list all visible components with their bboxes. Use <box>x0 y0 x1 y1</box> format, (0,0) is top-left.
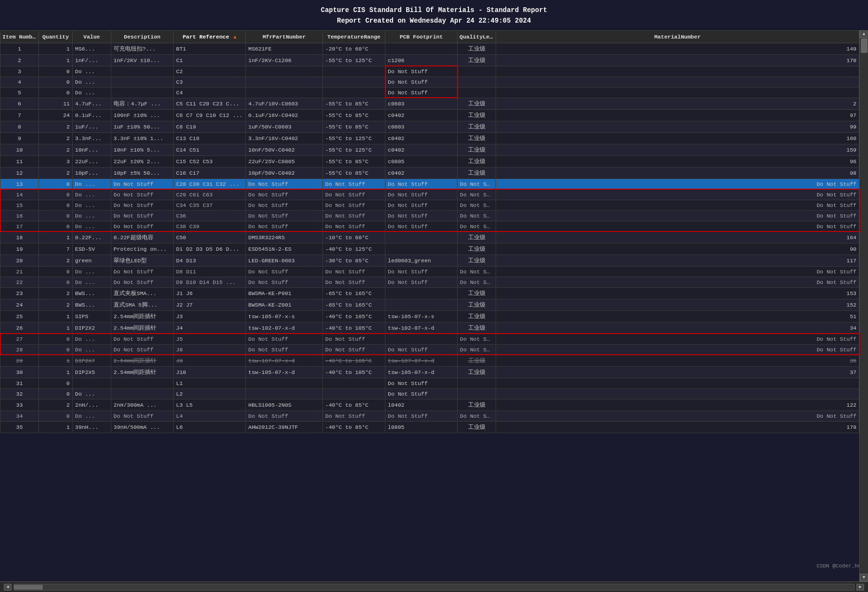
col-header-material[interactable]: MaterialNumber <box>496 30 859 43</box>
table-row[interactable]: 6114.7uF...电容：4.7μF ...C5 C11 C20 C23 C.… <box>0 98 868 109</box>
cell-item: 20 <box>0 255 39 266</box>
table-row[interactable]: 50Do ...C4Do Not Stuff <box>0 87 868 98</box>
cell-value: 22uF... <box>73 155 111 167</box>
table-row[interactable]: 291DIP2X72.54mm间距插针J9tsw-107-07-x-d-40°C… <box>0 355 868 366</box>
cell-quality: 工业级 <box>458 98 496 109</box>
cell-qty: 24 <box>39 109 73 121</box>
col-header-mfr[interactable]: MfrPartNumber <box>246 30 323 43</box>
table-row[interactable]: 11322uF...22uF ±20% 2...C15 C52 C5322uF/… <box>0 155 868 167</box>
cell-value: Do ... <box>73 334 111 344</box>
watermark: CSDN @Coder_hng <box>817 563 864 569</box>
cell-quality: Do Not Stuff <box>458 411 496 421</box>
cell-partref: J1 J6 <box>174 287 246 299</box>
cell-value: SIP5 <box>73 310 111 322</box>
table-row[interactable]: 3322nH/...2nH/300mA ...L3 L5HBLS1005-2N0… <box>0 399 868 411</box>
cell-mfr: Do Not Stuff <box>246 334 323 344</box>
cell-temp: -55°C to 85°C <box>323 109 385 121</box>
table-row[interactable]: 280Do ...Do Not StuffJ8Do Not StuffDo No… <box>0 344 868 355</box>
col-header-pcb[interactable]: PCB Footprint <box>385 30 458 43</box>
cell-mfr: ESD5451N-2-ES <box>246 243 323 255</box>
cell-mfr: 1uF/50V-C0603 <box>246 121 323 132</box>
cell-quality: 工业级 <box>458 121 496 132</box>
col-header-qty[interactable]: Quantity <box>39 30 73 43</box>
cell-quality: 工业级 <box>458 144 496 155</box>
cell-partref: J4 <box>174 322 246 334</box>
table-row[interactable]: 11MS6...可充电纽扣?...BT1MS621FE-20°C to 60°C… <box>0 43 868 54</box>
table-row[interactable]: 140Do ...Do Not StuffC29 C61 C63Do Not S… <box>0 189 868 200</box>
scroll-track[interactable] <box>860 38 868 574</box>
cell-qty: 1 <box>39 421 73 433</box>
cell-pcb: c0402 <box>385 109 458 121</box>
cell-quality: 工业级 <box>458 310 496 322</box>
table-row[interactable]: 301DIP2X52.54mm间距插针J10tsw-105-07-x-d-40°… <box>0 366 868 378</box>
cell-pcb: l0402 <box>385 399 458 411</box>
h-scroll-thumb[interactable] <box>14 585 43 590</box>
horizontal-scrollbar[interactable] <box>13 584 855 591</box>
col-header-temp[interactable]: TemperatureRange <box>323 30 385 43</box>
cell-item: 7 <box>0 109 39 121</box>
table-row[interactable]: 232BWS...直式夹板SMA...J1 J6BWSMA-KE-P001-65… <box>0 287 868 299</box>
table-row[interactable]: 270Do ...Do Not StuffJ5Do Not StuffDo No… <box>0 334 868 344</box>
cell-desc: Do Not Stuff <box>111 221 174 232</box>
scroll-left-arrow[interactable]: ◄ <box>4 584 12 591</box>
cell-mfr: tsw-105-07-x-d <box>246 366 323 378</box>
cell-quality: 工业级 <box>458 167 496 179</box>
cell-qty: 2 <box>39 167 73 179</box>
cell-quality: Do Not Stuff <box>458 334 496 344</box>
cell-material: 96 <box>496 155 859 167</box>
table-row[interactable]: 211nF/...1nF/2KV ±10...C11nF/2KV-C1206-5… <box>0 54 868 66</box>
table-row[interactable]: 261DIP2X22.54mm间距插针J4tsw-102-07-x-d-40°C… <box>0 322 868 334</box>
table-row[interactable]: 821uF/...1uF ±10% 50...C8 C191uF/50V-C06… <box>0 121 868 132</box>
cell-temp: -65°C to 165°C <box>323 287 385 299</box>
table-row[interactable]: 210Do ...Do Not StuffD8 D11Do Not StuffD… <box>0 266 868 277</box>
table-row[interactable]: 10210nF...10nF ±10% 5...C14 C5110nF/50V-… <box>0 144 868 155</box>
report-header: Capture CIS Standard Bill Of Materials -… <box>0 0 868 30</box>
cell-material: 97 <box>496 109 859 121</box>
table-row[interactable]: 40Do ...C3Do Not Stuff <box>0 77 868 87</box>
cell-partref: D9 D10 D14 D15 ... <box>174 277 246 287</box>
col-header-quality[interactable]: QualityLevel <box>458 30 496 43</box>
table-row[interactable]: 160Do ...Do Not StuffC36Do Not StuffDo N… <box>0 210 868 221</box>
scroll-up-arrow[interactable]: ▲ <box>860 30 868 38</box>
col-header-item[interactable]: Item Number <box>0 30 39 43</box>
scroll-down-arrow[interactable]: ▼ <box>860 574 868 581</box>
cell-desc: 翠绿色LED型 <box>111 255 174 266</box>
scroll-thumb[interactable] <box>861 39 868 53</box>
vertical-scrollbar[interactable]: ▲ ▼ <box>859 30 868 581</box>
table-row[interactable]: 220Do ...Do Not StuffD9 D10 D14 D15 ...D… <box>0 277 868 287</box>
table-row[interactable]: 170Do ...Do Not StuffC38 C39Do Not Stuff… <box>0 221 868 232</box>
cell-temp: -55°C to 125°C <box>323 132 385 144</box>
cell-quality: 工业级 <box>458 287 496 299</box>
table-row[interactable]: 150Do ...Do Not StuffC34 C35 C37Do Not S… <box>0 200 868 210</box>
table-row[interactable]: 197ESD-5VProtecting on...D1 D2 D3 D5 D6 … <box>0 243 868 255</box>
cell-value: Do ... <box>73 189 111 200</box>
table-row[interactable]: 12210pF...10pF ±5% 50...C16 C1710pF/50V-… <box>0 167 868 179</box>
table-row[interactable]: 310L1Do Not Stuff <box>0 378 868 388</box>
cell-desc: Do Not Stuff <box>111 344 174 355</box>
table-row[interactable]: 242BWS...直式SMA 5脚...J2 J7BWSMA-KE-Z001-6… <box>0 299 868 310</box>
cell-partref: L3 L5 <box>174 399 246 411</box>
cell-temp: -40°C to 125°C <box>323 243 385 255</box>
table-row[interactable]: 202green翠绿色LED型D4 D13LED-GREEN-0603-30°C… <box>0 255 868 266</box>
col-header-desc[interactable]: Description <box>111 30 174 43</box>
cell-material: Do Not Stuff <box>496 200 859 210</box>
table-row[interactable]: 923.3nF...3.3nF ±10% 1...C13 C183.3nF/16… <box>0 132 868 144</box>
table-row[interactable]: 7240.1uF...100nF ±10% ...C6 C7 C9 C10 C1… <box>0 109 868 121</box>
col-header-value[interactable]: Value <box>73 30 111 43</box>
table-row[interactable]: 251SIP52.54mm间距插针J3tsw-105-07-x-s-40°C t… <box>0 310 868 322</box>
table-row[interactable]: 320Do ...L2Do Not Stuff <box>0 388 868 399</box>
table-row[interactable]: 1810.22F...0.22F超级电容C50DMS3R3224RS-10°C … <box>0 232 868 243</box>
cell-quality: Do Not Stuff <box>458 344 496 355</box>
table-row[interactable]: 30Do ...C2Do Not Stuff <box>0 66 868 77</box>
col-header-partref[interactable]: Part Reference ▲ <box>174 30 246 43</box>
sort-icon: ▲ <box>233 35 236 40</box>
cell-qty: 0 <box>39 221 73 232</box>
table-row[interactable]: 340Do ...Do Not StuffL4Do Not StuffDo No… <box>0 411 868 421</box>
cell-item: 24 <box>0 299 39 310</box>
cell-quality: Do Not Stuff <box>458 210 496 221</box>
table-row[interactable]: 35139nH...39nH/500mA ...L6AHW2012C-39NJT… <box>0 421 868 433</box>
table-row[interactable]: 130Do ...Do Not StuffC28 C30 C31 C32 ...… <box>0 179 868 189</box>
scroll-right-arrow[interactable]: ► <box>856 584 864 591</box>
cell-item: 1 <box>0 43 39 54</box>
cell-temp: -40°C to 85°C <box>323 421 385 433</box>
